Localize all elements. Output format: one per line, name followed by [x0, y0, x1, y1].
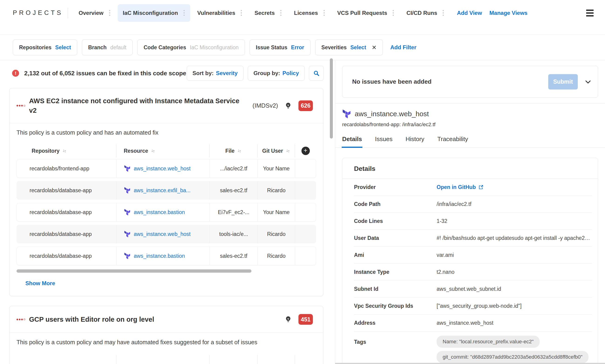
nav-tab-vcs-pull-requests[interactable]: VCS Pull Requests — [332, 4, 400, 22]
sort-icon[interactable] — [151, 149, 155, 153]
detail-value: Name: "local.resource_prefix.value-ec2"g… — [437, 336, 592, 363]
table-row[interactable]: recardolabs/frontend-app aws_instance.we… — [16, 159, 316, 178]
nav-tab-overview[interactable]: Overview — [73, 4, 116, 22]
manage-views-link[interactable]: Manage Views — [489, 10, 527, 16]
detail-value: var.ami — [437, 252, 592, 258]
resource-link[interactable]: aws_instance.web_host — [134, 166, 190, 172]
detail-label: Code Lines — [354, 218, 437, 224]
terraform-icon — [124, 231, 131, 237]
kebab-menu-icon[interactable] — [323, 9, 325, 17]
kebab-menu-icon[interactable] — [442, 9, 444, 17]
add-filter-link[interactable]: Add Filter — [390, 44, 416, 51]
cell-repository: recardolabs/database-app — [29, 253, 92, 259]
sort-icon[interactable] — [286, 149, 290, 153]
kebab-menu-icon[interactable] — [280, 9, 282, 17]
policy-title-suffix: (IMDSv2) — [253, 102, 278, 109]
cell-repository: recardolabs/database-app — [29, 187, 92, 194]
tabs: DetailsIssuesHistoryTraceability — [335, 135, 605, 148]
detail-label: User Data — [354, 235, 437, 241]
kebab-menu-icon[interactable] — [240, 9, 242, 17]
horizontal-scrollbar[interactable] — [16, 269, 251, 273]
tab-traceability[interactable]: Traceability — [437, 135, 468, 147]
filter-pill-branch[interactable]: Branch default — [82, 39, 133, 55]
column-header-resource[interactable]: Resource — [116, 144, 209, 157]
table-row[interactable]: recardolabs/database-app aws_instance.ba… — [16, 203, 316, 221]
search-button[interactable] — [309, 66, 324, 81]
nav-tab-label: CI/CD Runs — [406, 10, 437, 16]
lightbulb-icon[interactable] — [284, 316, 292, 323]
cell-file: sales-ec2.tf — [220, 187, 247, 194]
kebab-menu-icon[interactable] — [109, 9, 111, 17]
issues-panel: ! 2,132 out of 6,052 issues can be fixed… — [0, 60, 335, 364]
sort-icon[interactable] — [62, 149, 67, 153]
policy-title: GCP users with Editor role on org level — [29, 315, 154, 324]
tab-history[interactable]: History — [405, 135, 424, 147]
table-header-row: Repository Resource File — [16, 144, 316, 157]
chevron-down-icon[interactable] — [584, 78, 592, 86]
resource-link[interactable]: aws_instance.exfil_ba... — [134, 187, 190, 194]
details-card: Details Provider Open in GitHub Code Pat… — [342, 158, 598, 364]
filter-pill-issue-status[interactable]: Issue Status Error — [250, 39, 310, 55]
filter-value: Error — [291, 44, 304, 51]
horizontal-scrollbar[interactable] — [335, 363, 605, 364]
kebab-menu-icon[interactable] — [392, 9, 394, 17]
filter-value: default — [110, 44, 126, 51]
resource-link[interactable]: aws_instance.web_host — [134, 231, 190, 237]
table-body: recardolabs/frontend-app aws_instance.we… — [16, 159, 316, 265]
lightbulb-icon[interactable] — [284, 102, 292, 109]
nav-tab-vulnerabilities[interactable]: Vulnerabilities — [192, 4, 247, 22]
issues-table: Repository Resource File — [10, 138, 323, 296]
column-header-git-user[interactable]: Git User — [257, 144, 295, 157]
tags-list: Name: "local.resource_prefix.value-ec2"g… — [437, 336, 592, 363]
terraform-icon — [124, 165, 131, 172]
filter-value: IaC Misconfiguration — [190, 44, 239, 51]
detail-value: 1-32 — [437, 218, 592, 224]
resource-header: aws_instance.web_host recardolabs/fronte… — [342, 104, 598, 148]
nav-tab-secrets[interactable]: Secrets — [249, 4, 287, 22]
show-more-link[interactable]: Show More — [25, 280, 55, 286]
add-view-link[interactable]: Add View — [457, 10, 482, 16]
detail-label: Ami — [354, 252, 437, 258]
nav-tab-licenses[interactable]: Licenses — [289, 4, 330, 22]
detail-value: #! /bin/bashsudo apt-get updatesudo apt-… — [437, 235, 592, 241]
cell-git-user: Ricardo — [267, 187, 285, 194]
resource-link[interactable]: aws_instance.bastion — [134, 253, 185, 259]
sort-icon[interactable] — [237, 149, 242, 153]
column-header-repository[interactable]: Repository — [16, 144, 116, 157]
filter-label: Severities — [322, 44, 347, 51]
hamburger-menu-icon[interactable] — [585, 9, 594, 17]
column-header-file[interactable]: File — [209, 144, 257, 157]
filter-value: Select — [55, 44, 71, 51]
resource-link[interactable]: aws_instance.bastion — [134, 209, 185, 215]
tab-issues[interactable]: Issues — [375, 135, 392, 147]
group-by-control[interactable]: Group by: Policy — [248, 66, 305, 81]
detail-value: ["aws_security_group.web-node.id"] — [437, 303, 592, 309]
vertical-scrollbar[interactable] — [330, 58, 333, 139]
table-header-stub — [16, 355, 316, 364]
sort-by-control[interactable]: Sort by: Severity — [187, 66, 243, 81]
detail-label: Provider — [354, 184, 437, 190]
open-in-github-link[interactable]: Open in GitHub — [437, 184, 484, 190]
detail-label: Tags — [354, 336, 437, 345]
add-column-button[interactable]: + — [301, 147, 310, 155]
table-row[interactable]: recardolabs/database-app aws_instance.ex… — [16, 181, 316, 200]
filter-label: Repositories — [19, 44, 51, 51]
kebab-menu-icon[interactable] — [183, 9, 185, 17]
submit-button[interactable]: Submit — [548, 74, 578, 90]
table-row[interactable]: recardolabs/database-app aws_instance.we… — [16, 225, 316, 243]
table-row[interactable]: recardolabs/database-app aws_instance.ba… — [16, 247, 316, 265]
tab-details[interactable]: Details — [342, 135, 362, 147]
severity-icon — [16, 105, 25, 107]
nav-tab-ci-cd-runs[interactable]: CI/CD Runs — [401, 4, 449, 22]
policy-card: GCP users with Editor role on org level … — [9, 306, 323, 364]
filter-pill-repositories[interactable]: Repositories Select — [13, 39, 77, 55]
nav-tab-iac-misconfiguration[interactable]: IaC Misconfiguration — [118, 4, 190, 22]
filter-label: Branch — [88, 44, 107, 51]
filter-pill-code-categories[interactable]: Code Categories IaC Misconfiguration — [137, 39, 245, 55]
severity-icon — [16, 318, 25, 320]
detail-row: User Data #! /bin/bashsudo apt-get updat… — [354, 230, 592, 247]
policy-description: This policy is a custom policy and may h… — [10, 333, 323, 348]
filter-pill-severities[interactable]: Severities Select ✕ — [315, 39, 383, 55]
clear-filter-icon[interactable]: ✕ — [372, 45, 376, 51]
detail-value: t2.nano — [437, 269, 592, 275]
